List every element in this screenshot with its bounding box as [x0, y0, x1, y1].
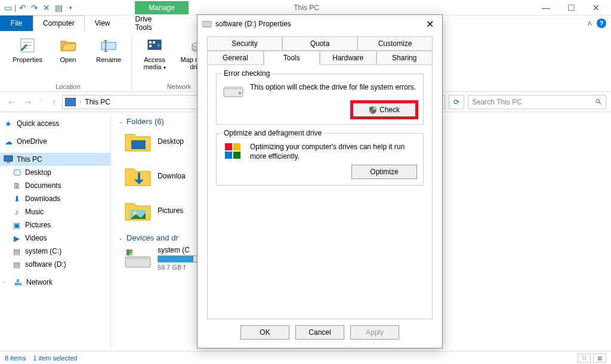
dialog-titlebar[interactable]: software (D:) Properties ✕ — [198, 15, 442, 33]
access-media-button[interactable]: Access media ▾ — [137, 36, 172, 70]
desktop-icon: 🖵 — [12, 168, 21, 177]
qat-dropdown-icon[interactable]: ▾ — [65, 2, 76, 13]
optimize-text: Optimizing your computer's drives can he… — [250, 142, 417, 161]
apply-button[interactable]: Apply — [350, 325, 399, 340]
svg-rect-20 — [125, 257, 150, 259]
help-icon[interactable]: ? — [597, 18, 606, 28]
tab-hardware[interactable]: Hardware — [320, 51, 377, 65]
sidebar-item-quick-access[interactable]: ★ Quick access — [0, 117, 110, 130]
dialog-buttons: OK Cancel Apply — [198, 319, 442, 348]
pictures-icon: ▣ — [12, 220, 21, 230]
maximize-button[interactable]: ☐ — [562, 3, 580, 13]
properties-label: Properties — [13, 56, 42, 63]
optimize-group: Optimize and defragment drive Optimizing… — [216, 133, 424, 186]
optimize-legend: Optimize and defragment drive — [221, 129, 324, 137]
tab-sharing[interactable]: Sharing — [377, 51, 433, 65]
tab-computer[interactable]: Computer — [33, 16, 85, 31]
check-button[interactable]: Check — [351, 101, 417, 118]
sidebar-item-music[interactable]: ♪ Music — [0, 205, 110, 218]
sidebar-item-downloads[interactable]: ⬇ Downloads — [0, 192, 110, 205]
cancel-button[interactable]: Cancel — [295, 325, 344, 340]
properties-dialog: software (D:) Properties ✕ Security Quot… — [197, 14, 443, 348]
quick-access-toolbar: ▭ | ↶ ↷ ✕ ▤ ▾ — [2, 2, 76, 13]
sidebar-item-network[interactable]: › 🖧 Network — [0, 276, 110, 289]
new-icon[interactable]: ▤ — [53, 2, 64, 13]
refresh-button[interactable]: ⟳ — [449, 95, 464, 109]
chevron-right-icon[interactable]: › — [4, 279, 10, 285]
svg-rect-22 — [126, 249, 129, 252]
downloads-icon: ⬇ — [12, 194, 21, 203]
contextual-manage-label: Manage — [135, 1, 189, 14]
forward-button[interactable]: → — [21, 97, 35, 107]
title-bar: ▭ | ↶ ↷ ✕ ▤ ▾ This PC — ☐ ✕ — [0, 0, 611, 16]
svg-point-1 — [21, 48, 23, 51]
svg-rect-15 — [7, 162, 10, 163]
optimize-button[interactable]: Optimize — [351, 165, 417, 179]
tab-quota[interactable]: Quota — [282, 36, 357, 51]
close-button[interactable]: ✕ — [587, 3, 605, 13]
drive-check-icon — [223, 82, 244, 98]
chevron-down-icon[interactable]: ⌄ — [118, 118, 123, 125]
dialog-close-button[interactable]: ✕ — [422, 18, 437, 30]
system-drive-icon — [124, 248, 152, 269]
minimize-button[interactable]: — — [537, 3, 555, 13]
redo-icon[interactable]: ↷ — [29, 2, 40, 13]
sidebar-item-desktop[interactable]: 🖵 Desktop — [0, 166, 110, 179]
undo-icon[interactable]: ↶ — [17, 2, 28, 13]
network-label: Network — [26, 278, 53, 286]
svg-rect-24 — [126, 253, 129, 256]
view-large-button[interactable]: ▦ — [593, 353, 606, 363]
svg-rect-30 — [225, 143, 232, 150]
sidebar-item-software-d[interactable]: ▤ software (D:) — [0, 258, 110, 271]
defrag-icon — [223, 142, 244, 161]
ribbon-group-location: Properties Open Rename Location — [5, 33, 132, 91]
tab-security[interactable]: Security — [207, 36, 282, 51]
svg-rect-28 — [224, 87, 243, 90]
recent-dropdown-icon[interactable]: ˅ — [38, 99, 46, 105]
tab-drive-tools[interactable]: Drive Tools — [125, 16, 178, 31]
downloads-folder-label: Downloa — [158, 172, 186, 180]
videos-label: Videos — [25, 234, 47, 242]
chevron-down-icon[interactable]: ⌄ — [118, 235, 123, 241]
sidebar-item-videos[interactable]: ▶ Videos — [0, 232, 110, 245]
breadcrumb-location[interactable]: This PC — [85, 98, 110, 106]
rename-label: Rename — [96, 56, 121, 63]
rename-button[interactable]: Rename — [91, 36, 126, 63]
tab-file[interactable]: File — [0, 16, 33, 31]
svg-point-29 — [239, 92, 241, 94]
tab-tools[interactable]: Tools — [264, 51, 320, 65]
pictures-folder-label: Pictures — [158, 206, 183, 215]
ok-button[interactable]: OK — [240, 325, 289, 340]
this-pc-label: This PC — [17, 155, 42, 164]
quick-access-label: Quick access — [17, 119, 59, 128]
open-button[interactable]: Open — [50, 36, 86, 63]
breadcrumb-sep-icon[interactable]: › — [79, 98, 81, 105]
cloud-icon: ☁ — [4, 137, 13, 146]
sidebar-item-this-pc[interactable]: This PC — [0, 153, 110, 166]
svg-rect-9 — [149, 45, 152, 47]
pictures-label: Pictures — [25, 221, 51, 229]
error-checking-group: Error checking This option will check th… — [216, 73, 424, 125]
view-details-button[interactable]: ☷ — [578, 353, 591, 363]
tab-general[interactable]: General — [207, 51, 264, 65]
music-icon: ♪ — [12, 207, 21, 217]
svg-rect-32 — [225, 152, 232, 159]
svg-rect-16 — [131, 140, 146, 149]
properties-button[interactable]: Properties — [10, 36, 45, 63]
search-input[interactable]: Search This PC 🔍︎ — [468, 95, 606, 109]
up-button[interactable]: ↑ — [50, 97, 58, 107]
sidebar-item-system-c[interactable]: ▤ system (C:) — [0, 245, 110, 258]
sidebar-item-onedrive[interactable]: ☁ OneDrive — [0, 135, 110, 148]
tab-customize[interactable]: Customize — [357, 36, 433, 51]
search-icon[interactable]: 🔍︎ — [595, 98, 602, 106]
delete-icon[interactable]: ✕ — [41, 2, 52, 13]
tab-view[interactable]: View — [85, 16, 121, 31]
back-button[interactable]: ← — [5, 97, 18, 107]
sidebar-item-documents[interactable]: 🗎 Documents — [0, 179, 110, 192]
desktop-folder-icon — [124, 129, 152, 153]
sidebar-item-pictures[interactable]: ▣ Pictures — [0, 218, 110, 232]
dialog-title: software (D:) Properties — [215, 20, 419, 28]
error-checking-text: This option will check the drive for fil… — [250, 82, 417, 98]
downloads-label: Downloads — [25, 195, 60, 203]
ribbon-collapse-icon[interactable]: ᐱ — [588, 20, 592, 27]
